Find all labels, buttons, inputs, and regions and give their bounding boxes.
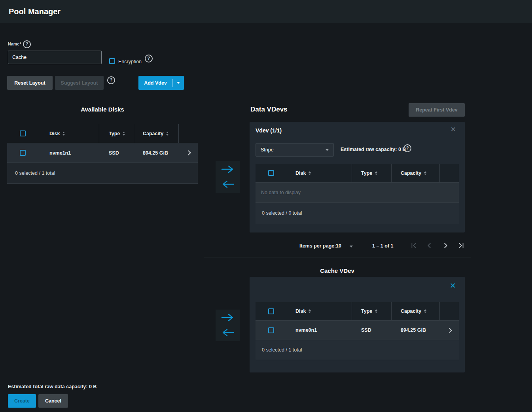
close-cache-vdev-icon[interactable]: ✕ xyxy=(450,282,456,289)
layout-select[interactable]: Stripe xyxy=(256,143,334,157)
add-vdev-button[interactable]: Add Vdev xyxy=(138,76,184,90)
sort-icon xyxy=(424,171,426,175)
section-divider xyxy=(204,257,471,257)
cache-vdev-card: ✕ Disk Type Capacity xyxy=(250,277,465,372)
reset-layout-button[interactable]: Reset Layout xyxy=(7,76,53,90)
column-header-type[interactable]: Type xyxy=(99,124,134,143)
move-left-arrow-icon[interactable] xyxy=(221,328,235,337)
pool-manager-page: Pool Manager Name* ? Encryption ? Reset … xyxy=(0,0,532,412)
help-glyph: ? xyxy=(25,42,28,47)
layout-help-icon[interactable]: ? xyxy=(107,76,115,84)
select-all-checkbox[interactable] xyxy=(20,130,26,136)
column-header-capacity[interactable]: Capacity xyxy=(392,164,440,182)
move-right-arrow-icon[interactable] xyxy=(221,164,235,174)
add-vdev-label: Add Vdev xyxy=(138,80,172,86)
expand-header-cell xyxy=(179,124,198,143)
column-label: Capacity xyxy=(401,308,421,314)
capacity-cell: 894.25 GiB xyxy=(392,321,440,340)
column-header-type[interactable]: Type xyxy=(352,164,392,182)
first-page-icon[interactable] xyxy=(409,241,418,250)
cache-vdev-title: Cache VDev xyxy=(216,267,459,274)
chevron-down-icon[interactable] xyxy=(350,246,353,248)
capacity-cell: 894.25 GiB xyxy=(134,143,179,163)
column-label: Disk xyxy=(49,131,60,136)
row-checkbox[interactable] xyxy=(268,327,274,333)
column-header-disk[interactable]: Disk xyxy=(39,124,99,143)
column-label: Type xyxy=(361,308,372,314)
chevron-down-icon xyxy=(326,149,329,151)
expand-cell xyxy=(440,321,459,340)
sort-icon xyxy=(424,309,426,313)
encryption-checkbox[interactable] xyxy=(109,58,115,64)
expand-cell xyxy=(179,143,198,163)
column-header-disk[interactable]: Disk xyxy=(287,302,352,320)
sort-icon xyxy=(166,132,168,136)
select-all-cell xyxy=(256,164,287,182)
sort-icon xyxy=(62,132,65,136)
sort-icon xyxy=(123,132,125,136)
transfer-arrows-panel xyxy=(216,161,240,193)
column-header-capacity[interactable]: Capacity xyxy=(134,124,179,143)
select-all-checkbox[interactable] xyxy=(268,170,274,176)
row-select-cell xyxy=(7,143,39,163)
column-header-capacity[interactable]: Capacity xyxy=(392,302,440,320)
pool-name-input[interactable] xyxy=(8,51,102,64)
disk-type: SSD xyxy=(109,150,119,156)
table-footer: 0 selected / 1 total xyxy=(7,163,198,184)
table-row[interactable]: nvme1n1 SSD 894.25 GiB xyxy=(7,143,198,163)
sort-icon xyxy=(309,171,311,175)
add-vdev-dropdown[interactable] xyxy=(173,82,184,84)
column-header-disk[interactable]: Disk xyxy=(287,164,352,182)
estimated-capacity-text: Estimated raw capacity: 0 B xyxy=(341,147,406,152)
table-footer: 0 selected / 0 total xyxy=(256,203,459,223)
transfer-arrows-panel xyxy=(216,310,240,341)
help-glyph: ? xyxy=(110,78,112,83)
expand-header-cell xyxy=(440,302,459,320)
disk-capacity: 894.25 GiB xyxy=(401,327,426,333)
move-right-arrow-icon[interactable] xyxy=(221,313,235,322)
data-vdev-card: Vdev (1/1) ✕ Stripe Estimated raw capaci… xyxy=(250,122,465,232)
type-cell: SSD xyxy=(352,321,392,340)
table-row[interactable]: nvme0n1 SSD 894.25 GiB xyxy=(256,321,459,340)
name-help-icon[interactable]: ? xyxy=(23,40,31,48)
cache-vdev-table: Disk Type Capacity nvme0n1 xyxy=(256,302,459,360)
items-per-page-value[interactable]: 10 xyxy=(336,243,341,249)
capacity-help-icon[interactable]: ? xyxy=(403,144,411,152)
type-cell: SSD xyxy=(99,143,134,163)
expand-row-icon[interactable] xyxy=(447,328,452,333)
sort-icon xyxy=(375,171,377,175)
disk-name: nvme0n1 xyxy=(295,327,317,333)
last-page-icon[interactable] xyxy=(456,241,466,250)
sort-icon xyxy=(309,309,311,313)
encryption-help-icon[interactable]: ? xyxy=(145,55,153,62)
disk-cell: nvme0n1 xyxy=(287,321,352,340)
chevron-down-icon xyxy=(177,82,180,84)
row-select-cell xyxy=(256,321,287,340)
pagination-range: 1 – 1 of 1 xyxy=(372,243,394,249)
selection-summary: 0 selected / 1 total xyxy=(262,347,302,353)
expand-header-cell xyxy=(440,164,459,182)
column-header-type[interactable]: Type xyxy=(352,302,392,320)
available-disks-title: Available Disks xyxy=(7,106,198,113)
empty-row: No data to display xyxy=(256,183,459,203)
layout-select-value: Stripe xyxy=(261,147,326,153)
help-glyph: ? xyxy=(147,56,150,61)
next-page-icon[interactable] xyxy=(441,241,450,250)
table-header-row: Disk Type Capacity xyxy=(256,302,459,321)
row-checkbox[interactable] xyxy=(20,150,26,156)
cancel-button[interactable]: Cancel xyxy=(38,394,68,408)
disk-name: nvme1n1 xyxy=(49,150,71,156)
create-button: Create xyxy=(8,394,36,408)
column-label: Capacity xyxy=(401,170,421,176)
data-vdev-table: Disk Type Capacity No data to display 0 … xyxy=(256,164,459,223)
expand-row-icon[interactable] xyxy=(186,150,191,155)
name-label: Name* xyxy=(8,42,21,46)
move-left-arrow-icon[interactable] xyxy=(221,180,235,189)
select-all-checkbox[interactable] xyxy=(268,308,274,314)
suggest-layout-button: Suggest Layout xyxy=(55,76,104,90)
sort-icon xyxy=(375,309,377,313)
column-label: Capacity xyxy=(143,131,163,136)
close-vdev-icon[interactable]: ✕ xyxy=(451,126,456,133)
vdev-title: Vdev (1/1) xyxy=(256,127,282,134)
previous-page-icon[interactable] xyxy=(425,241,434,250)
